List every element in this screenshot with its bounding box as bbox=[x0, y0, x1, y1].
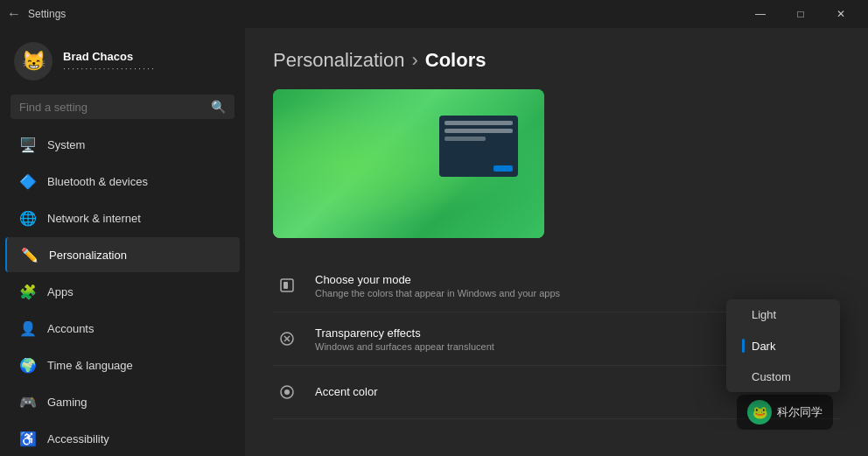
sidebar-item-label: Gaming bbox=[47, 396, 88, 409]
sidebar-item-label: Bluetooth & devices bbox=[47, 175, 148, 188]
transparency-title: Transparency effects bbox=[315, 326, 766, 340]
preview-line-3 bbox=[444, 137, 486, 141]
back-arrow-icon[interactable]: ← bbox=[7, 6, 21, 22]
dropdown-label-light: Light bbox=[752, 308, 776, 321]
watermark-icon: 🐸 bbox=[747, 400, 772, 424]
title-bar: ← Settings — □ ✕ bbox=[0, 0, 868, 28]
user-name: Brad Chacos bbox=[63, 50, 231, 63]
svg-point-4 bbox=[284, 389, 290, 395]
gaming-icon: 🎮 bbox=[19, 393, 37, 410]
sidebar-item-accessibility[interactable]: ♿ Accessibility bbox=[5, 421, 240, 456]
breadcrumb-arrow: › bbox=[411, 49, 417, 72]
sidebar-item-label: System bbox=[47, 138, 85, 151]
system-icon: 🖥️ bbox=[19, 136, 37, 153]
sidebar-item-label: Time & language bbox=[47, 359, 133, 372]
watermark-text: 科尔同学 bbox=[777, 404, 822, 420]
sidebar-item-label: Personalization bbox=[49, 249, 127, 262]
accent-icon bbox=[273, 378, 301, 406]
preview-button bbox=[494, 165, 513, 172]
sidebar-item-system[interactable]: 🖥️ System bbox=[5, 127, 240, 162]
accessibility-icon: ♿ bbox=[19, 430, 37, 447]
accounts-icon: 👤 bbox=[19, 319, 37, 337]
watermark: 🐸 科尔同学 bbox=[737, 395, 833, 430]
sidebar-item-network[interactable]: 🌐 Network & internet bbox=[5, 200, 240, 235]
content-area: Personalization › Colors Choose your mod… bbox=[245, 28, 868, 456]
mode-dropdown: Light Dark Custom bbox=[726, 299, 840, 392]
transparency-text: Transparency effects Windows and surface… bbox=[315, 326, 766, 352]
user-section: 😸 Brad Chacos ····················· bbox=[0, 28, 245, 91]
breadcrumb-current: Colors bbox=[425, 49, 486, 72]
sidebar-item-label: Network & internet bbox=[47, 212, 141, 225]
sidebar-item-time[interactable]: 🌍 Time & language bbox=[5, 347, 240, 382]
minimize-button[interactable]: — bbox=[740, 0, 780, 28]
sidebar-item-apps[interactable]: 🧩 Apps bbox=[5, 274, 240, 309]
close-button[interactable]: ✕ bbox=[821, 0, 861, 28]
title-bar-controls: — □ ✕ bbox=[740, 0, 861, 28]
preview-window bbox=[439, 116, 518, 177]
mode-text: Choose your mode Change the colors that … bbox=[315, 273, 840, 298]
breadcrumb-parent: Personalization bbox=[273, 49, 404, 72]
dropdown-label-dark: Dark bbox=[752, 340, 775, 353]
selected-indicator bbox=[742, 339, 745, 353]
mode-icon bbox=[273, 271, 301, 299]
transparency-desc: Windows and surfaces appear translucent bbox=[315, 341, 766, 352]
search-box[interactable]: 🔍 bbox=[10, 95, 234, 119]
user-info: Brad Chacos ····················· bbox=[63, 50, 231, 74]
apps-icon: 🧩 bbox=[19, 283, 37, 300]
mode-title: Choose your mode bbox=[315, 273, 840, 286]
sidebar-item-personalization[interactable]: ✏️ Personalization bbox=[5, 237, 240, 272]
preview-image bbox=[273, 89, 544, 238]
personalization-icon: ✏️ bbox=[21, 246, 38, 263]
sidebar-item-label: Apps bbox=[47, 285, 74, 298]
sidebar-item-accounts[interactable]: 👤 Accounts bbox=[5, 311, 240, 346]
preview-btn-bar bbox=[444, 165, 513, 172]
transparency-icon bbox=[273, 325, 301, 353]
main-layout: 😸 Brad Chacos ····················· 🔍 🖥️… bbox=[0, 28, 868, 456]
title-bar-left: ← Settings bbox=[7, 6, 66, 22]
bluetooth-icon: 🔷 bbox=[19, 172, 37, 190]
dropdown-item-custom[interactable]: Custom bbox=[726, 361, 840, 392]
dropdown-label-custom: Custom bbox=[752, 370, 791, 383]
mode-desc: Change the colors that appear in Windows… bbox=[315, 288, 840, 298]
breadcrumb: Personalization › Colors bbox=[273, 49, 840, 72]
sidebar-item-bluetooth[interactable]: 🔷 Bluetooth & devices bbox=[5, 164, 240, 199]
search-input[interactable] bbox=[19, 101, 204, 114]
svg-rect-1 bbox=[284, 282, 288, 289]
sidebar-item-gaming[interactable]: 🎮 Gaming bbox=[5, 384, 240, 419]
user-account: ····················· bbox=[63, 63, 231, 74]
sidebar-item-label: Accounts bbox=[47, 322, 94, 335]
dropdown-item-light[interactable]: Light bbox=[726, 299, 840, 330]
network-icon: 🌐 bbox=[19, 209, 37, 227]
preview-line-2 bbox=[444, 129, 513, 133]
time-icon: 🌍 bbox=[19, 356, 37, 374]
sidebar: 😸 Brad Chacos ····················· 🔍 🖥️… bbox=[0, 28, 245, 456]
sidebar-item-label: Accessibility bbox=[47, 432, 109, 445]
search-icon: 🔍 bbox=[211, 100, 226, 114]
avatar: 😸 bbox=[14, 42, 52, 81]
dropdown-item-dark[interactable]: Dark bbox=[726, 330, 840, 361]
maximize-button[interactable]: □ bbox=[780, 0, 821, 28]
title-bar-title: Settings bbox=[28, 8, 66, 20]
preview-line-1 bbox=[444, 121, 513, 125]
